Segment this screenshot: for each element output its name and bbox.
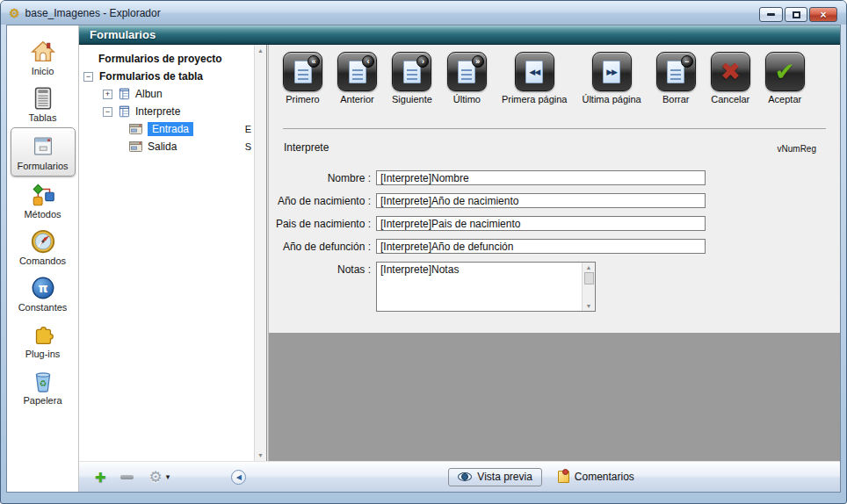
settings-gear-button[interactable]: ⚙: [149, 470, 163, 485]
page-first-icon: ◀◀: [515, 52, 554, 91]
table-icon: [119, 105, 130, 118]
siguiente-button[interactable]: › Siguiente: [392, 52, 432, 104]
scroll-down-icon[interactable]: ▼: [586, 303, 592, 309]
eye-icon: [458, 472, 472, 481]
primera-pagina-button[interactable]: ◀◀ Primera página: [502, 52, 568, 104]
tree-item-label: Interprete: [135, 105, 180, 118]
preview-background: [269, 333, 840, 461]
flowchart-icon: [30, 182, 56, 208]
tree-item-formularios-de-proyecto[interactable]: Formularios de proyecto: [79, 50, 254, 68]
tree-item-label: Formularios de proyecto: [98, 53, 222, 65]
tree-item-salida[interactable]: Salida S: [79, 138, 254, 155]
sidebar-item-label: Papelera: [23, 395, 62, 406]
ultima-pagina-button[interactable]: ▶▶ Última página: [582, 52, 641, 104]
sidebar-item-constantes[interactable]: π Constantes: [9, 270, 77, 316]
tree-item-label: Albun: [135, 88, 163, 100]
panel-header: Formularios: [79, 25, 840, 45]
sidebar-item-papelera[interactable]: ♻ Papelera: [9, 364, 77, 409]
field-row-ano-defuncion: Año de defunción :: [269, 239, 840, 254]
collapse-panel-button[interactable]: ◀: [231, 470, 246, 485]
scroll-up-icon[interactable]: ▲: [586, 264, 592, 270]
primero-button[interactable]: « Primero: [283, 52, 322, 104]
sidebar-item-label: Inicio: [32, 66, 54, 76]
sidebar-item-label: Métodos: [24, 209, 61, 220]
form-title: Interprete: [284, 141, 329, 154]
sidebar-item-inicio[interactable]: Inicio: [9, 34, 77, 80]
compass-icon: [30, 228, 56, 255]
sidebar-item-comandos[interactable]: Comandos: [9, 224, 77, 270]
pais-nacimiento-input[interactable]: [376, 216, 706, 231]
field-label: Nombre :: [269, 172, 371, 184]
ano-nacimiento-input[interactable]: [376, 193, 706, 208]
maximize-button[interactable]: [785, 7, 807, 22]
home-icon: [30, 39, 56, 65]
scroll-down-icon[interactable]: ▼: [257, 452, 264, 458]
settings-dropdown-icon[interactable]: ▾: [166, 472, 170, 481]
nombre-input[interactable]: [376, 170, 706, 185]
comentarios-label: Comentarios: [575, 471, 634, 483]
notas-field: [Interprete]Notas ▲ ▼: [376, 262, 596, 312]
forms-tree: Formularios de proyecto − Formularios de…: [79, 45, 254, 461]
notas-textarea[interactable]: [Interprete]Notas: [377, 263, 582, 311]
app-body: Inicio Tablas Formularios Métodos Comand…: [6, 25, 841, 493]
tree-item-albun[interactable]: + Albun: [79, 85, 254, 103]
sidebar-item-tablas[interactable]: Tablas: [9, 81, 77, 126]
form-icon: [129, 141, 142, 152]
field-label: Año de nacimiento :: [269, 195, 371, 207]
vista-previa-button[interactable]: Vista previa: [448, 468, 541, 486]
minimize-icon: [767, 13, 775, 16]
form-type-tag: E: [245, 124, 251, 134]
remove-button[interactable]: [120, 475, 134, 479]
document-next-icon: ›: [392, 52, 431, 91]
panel-title: Formularios: [90, 28, 156, 41]
form-fields: Nombre : Año de nacimiento : Pais de nac…: [269, 170, 840, 320]
sidebar-item-label: Tablas: [29, 112, 57, 123]
scroll-up-icon[interactable]: ▲: [257, 47, 264, 54]
anterior-button[interactable]: ‹ Anterior: [337, 52, 377, 104]
sidebar-item-label: Constantes: [18, 302, 68, 313]
field-row-notas: Notas : [Interprete]Notas ▲ ▼: [269, 262, 840, 312]
app-gear-icon: ⚙: [9, 7, 20, 19]
field-row-pais-nacimiento: Pais de nacimiento :: [269, 216, 840, 231]
aceptar-button[interactable]: ✔ Aceptar: [765, 52, 805, 104]
form-preview-panel: « Primero ‹ Anterior › Siguiente »: [269, 45, 840, 461]
tree-scrollbar[interactable]: ▲ ▼: [254, 45, 266, 461]
comentarios-button[interactable]: Comentarios: [558, 471, 634, 483]
svg-text:♻: ♻: [39, 378, 46, 387]
minimize-button[interactable]: [759, 7, 783, 22]
add-button[interactable]: ✚: [95, 471, 106, 484]
cancelar-button[interactable]: ✖ Cancelar: [711, 52, 750, 104]
sidebar-item-label: Comandos: [19, 256, 66, 266]
pi-icon: π: [30, 275, 56, 301]
form-icon: [129, 124, 142, 134]
record-toolbar: « Primero ‹ Anterior › Siguiente »: [283, 52, 805, 104]
tree-item-entrada[interactable]: Entrada E: [79, 120, 254, 138]
tree-item-formularios-de-tabla[interactable]: − Formularios de tabla: [79, 68, 254, 85]
field-label: Notas :: [269, 262, 371, 276]
sidebar-item-plugins[interactable]: Plug-ins: [9, 317, 77, 363]
expand-box-icon[interactable]: +: [103, 90, 112, 99]
titlebar[interactable]: ⚙ base_Imagenes - Explorador ×: [1, 1, 846, 25]
sidebar-item-metodos[interactable]: Métodos: [9, 177, 77, 223]
close-button[interactable]: ×: [809, 7, 837, 22]
collapse-box-icon[interactable]: −: [103, 107, 112, 117]
sidebar: Inicio Tablas Formularios Métodos Comand…: [7, 25, 79, 492]
borrar-button[interactable]: − Borrar: [656, 52, 696, 104]
record-number-variable: vNumReg: [778, 144, 816, 154]
ultimo-button[interactable]: » Último: [447, 52, 487, 104]
field-row-nombre: Nombre :: [269, 170, 840, 185]
vista-previa-label: Vista previa: [477, 471, 532, 483]
form-type-tag: S: [245, 141, 251, 152]
tree-item-interprete[interactable]: − Interprete: [79, 103, 254, 120]
collapse-box-icon[interactable]: −: [83, 72, 93, 82]
tree-item-label: Formularios de tabla: [99, 70, 203, 83]
field-label: Pais de nacimiento :: [269, 218, 371, 230]
tree-item-label: Entrada: [148, 122, 193, 136]
ano-defuncion-input[interactable]: [376, 239, 706, 254]
scroll-thumb[interactable]: [584, 272, 594, 284]
note-icon: [558, 471, 569, 483]
accept-check-icon: ✔: [765, 52, 805, 91]
notas-scrollbar[interactable]: ▲ ▼: [582, 263, 595, 311]
sidebar-item-formularios[interactable]: Formularios: [11, 127, 76, 176]
main-area: Formularios Formularios de proyecto − Fo…: [79, 25, 840, 492]
